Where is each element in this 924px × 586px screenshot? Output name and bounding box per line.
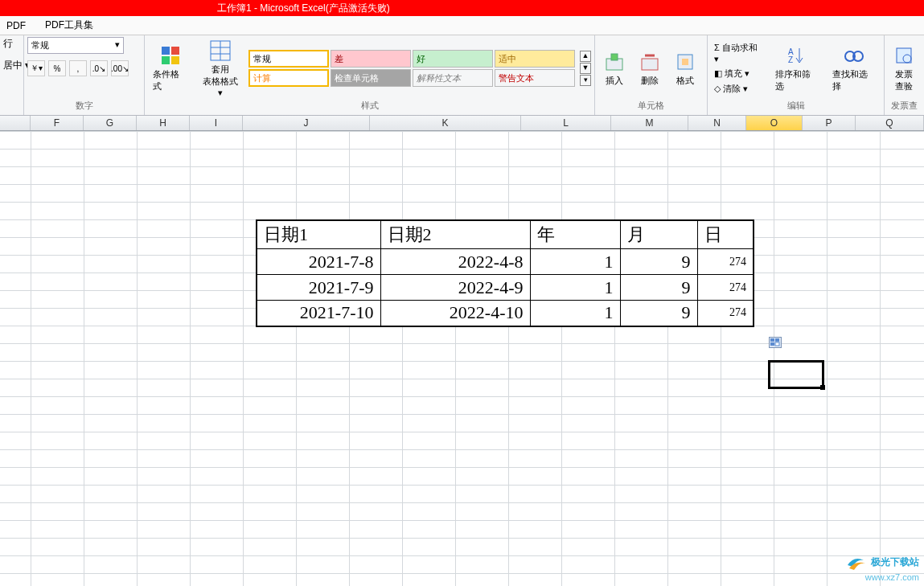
gallery-down-icon[interactable]: ▼ xyxy=(580,63,591,74)
number-format-dropdown[interactable]: 常规 ▾ xyxy=(27,37,124,54)
menu-bar: PDF PDF工具集 xyxy=(0,16,924,35)
header-day[interactable]: 日 xyxy=(697,220,754,249)
column-header-H[interactable]: H xyxy=(137,116,190,130)
format-as-table-label: 套用 表格格式▾ xyxy=(201,64,240,98)
insert-cells-button[interactable]: 插入 xyxy=(598,49,630,88)
cell-date2[interactable]: 2022-4-8 xyxy=(380,249,530,275)
header-year[interactable]: 年 xyxy=(530,220,620,249)
autosum-button[interactable]: Σ 自动求和 ▾ xyxy=(711,41,767,65)
cell-styles-gallery[interactable]: 常规 差 好 适中 计算 检查单元格 解释性文本 警告文本 xyxy=(248,50,575,87)
decrease-decimal-button[interactable]: .00↘ xyxy=(111,60,129,76)
column-header-G[interactable]: G xyxy=(84,116,137,130)
ribbon: 行 居中 ▾ 常规 ▾ ￥▾ % , .0↘ .00↘ 数字 xyxy=(0,35,924,116)
table-row[interactable]: 2021-7-10 2022-4-10 1 9 274 xyxy=(257,301,754,326)
cell-date1[interactable]: 2021-7-8 xyxy=(257,249,380,275)
align-group-label xyxy=(3,112,20,113)
spreadsheet-grid[interactable]: 日期1 日期2 年 月 日 2021-7-8 2022-4-8 1 9 274 … xyxy=(0,131,924,586)
insert-label: 插入 xyxy=(606,75,623,87)
wrap-text-partial[interactable]: 行 xyxy=(3,37,13,51)
svg-rect-21 xyxy=(775,338,779,342)
comma-button[interactable]: , xyxy=(69,60,87,76)
column-header-K[interactable]: K xyxy=(370,116,521,130)
conditional-format-icon xyxy=(159,44,182,67)
percent-button[interactable]: % xyxy=(48,60,66,76)
header-month[interactable]: 月 xyxy=(620,220,697,249)
column-header-F[interactable]: F xyxy=(31,116,84,130)
cell-day[interactable]: 274 xyxy=(697,275,754,301)
cell-date2[interactable]: 2022-4-9 xyxy=(380,275,530,301)
table-header-row[interactable]: 日期1 日期2 年 月 日 xyxy=(257,220,754,249)
fill-label: 填充 ▾ xyxy=(725,68,749,80)
format-icon xyxy=(674,51,696,73)
number-group-label: 数字 xyxy=(27,100,141,113)
format-as-table-button[interactable]: 套用 表格格式▾ xyxy=(196,38,245,100)
invoice-check-button[interactable]: 发票 查验 xyxy=(888,43,920,94)
cell-date1[interactable]: 2021-7-9 xyxy=(257,275,380,301)
delete-icon xyxy=(639,51,661,73)
sort-filter-button[interactable]: AZ 排序和筛选 xyxy=(770,43,823,94)
style-good[interactable]: 好 xyxy=(413,50,493,68)
sort-label: 排序和筛选 xyxy=(775,68,819,92)
cells-group-label: 单元格 xyxy=(598,100,704,113)
column-header-P[interactable]: P xyxy=(803,116,856,130)
table-row[interactable]: 2021-7-8 2022-4-8 1 9 274 xyxy=(257,249,754,275)
header-date1[interactable]: 日期1 xyxy=(257,220,380,249)
gallery-up-icon[interactable]: ▲ xyxy=(580,51,591,62)
menu-pdf[interactable]: PDF xyxy=(2,18,31,33)
column-header-M[interactable]: M xyxy=(611,116,688,130)
menu-pdf-tools[interactable]: PDF工具集 xyxy=(40,17,98,34)
window-titlebar: 工作簿1 - Microsoft Excel(产品激活失败) xyxy=(0,0,924,16)
binoculars-icon xyxy=(843,44,865,67)
svg-rect-3 xyxy=(171,56,179,64)
style-explain[interactable]: 解释性文本 xyxy=(413,69,493,87)
watermark: 极光下载站 www.xz7.com xyxy=(846,554,919,583)
increase-decimal-button[interactable]: .0↘ xyxy=(90,60,108,76)
style-check-cell[interactable]: 检查单元格 xyxy=(331,69,411,87)
cell-year[interactable]: 1 xyxy=(530,249,620,275)
column-header-Q[interactable]: Q xyxy=(856,116,924,130)
sort-icon: AZ xyxy=(786,44,808,67)
currency-button[interactable]: ￥▾ xyxy=(27,60,45,76)
autofill-options-button[interactable] xyxy=(769,337,782,348)
watermark-brand: 极光下载站 xyxy=(871,556,919,568)
column-header-J[interactable]: J xyxy=(243,116,370,130)
delete-cells-button[interactable]: 删除 xyxy=(634,49,666,88)
style-normal[interactable]: 常规 xyxy=(248,50,329,68)
style-calc[interactable]: 计算 xyxy=(248,69,329,87)
column-header-L[interactable]: L xyxy=(521,116,611,130)
style-warn[interactable]: 警告文本 xyxy=(495,69,575,87)
column-header-edge xyxy=(0,116,31,130)
column-headers[interactable]: FGHIJKLMNOPQ xyxy=(0,116,924,131)
column-header-N[interactable]: N xyxy=(688,116,746,130)
header-date2[interactable]: 日期2 xyxy=(380,220,530,249)
cell-year[interactable]: 1 xyxy=(530,301,620,326)
svg-text:Z: Z xyxy=(788,55,793,64)
fill-button[interactable]: ◧填充 ▾ xyxy=(711,67,767,80)
cell-year[interactable]: 1 xyxy=(530,275,620,301)
format-cells-button[interactable]: 格式 xyxy=(669,49,701,88)
cell-month[interactable]: 9 xyxy=(620,301,697,326)
delete-label: 删除 xyxy=(641,75,659,87)
invoice-icon xyxy=(893,44,915,67)
conditional-format-button[interactable]: 条件格式 xyxy=(148,43,193,94)
selected-cell-outline[interactable] xyxy=(768,360,824,389)
find-select-button[interactable]: 查找和选择 xyxy=(827,43,881,94)
column-header-I[interactable]: I xyxy=(190,116,243,130)
cell-month[interactable]: 9 xyxy=(620,275,697,301)
conditional-format-label: 条件格式 xyxy=(153,68,188,92)
svg-rect-13 xyxy=(682,59,688,65)
clear-button[interactable]: ◇清除 ▾ xyxy=(711,82,767,96)
style-bad[interactable]: 差 xyxy=(331,50,411,68)
style-neutral[interactable]: 适中 xyxy=(495,50,575,68)
table-row[interactable]: 2021-7-9 2022-4-9 1 9 274 xyxy=(257,275,754,301)
cell-day[interactable]: 274 xyxy=(697,301,754,326)
svg-rect-20 xyxy=(770,338,774,342)
cell-month[interactable]: 9 xyxy=(620,249,697,275)
gallery-more-icon[interactable]: ▾ xyxy=(580,75,591,86)
chevron-down-icon: ▾ xyxy=(115,39,120,50)
cell-date1[interactable]: 2021-7-10 xyxy=(257,301,380,326)
column-header-O[interactable]: O xyxy=(746,116,803,130)
cell-date2[interactable]: 2022-4-10 xyxy=(380,301,530,326)
table-icon xyxy=(209,39,232,62)
cell-day[interactable]: 274 xyxy=(697,249,754,275)
